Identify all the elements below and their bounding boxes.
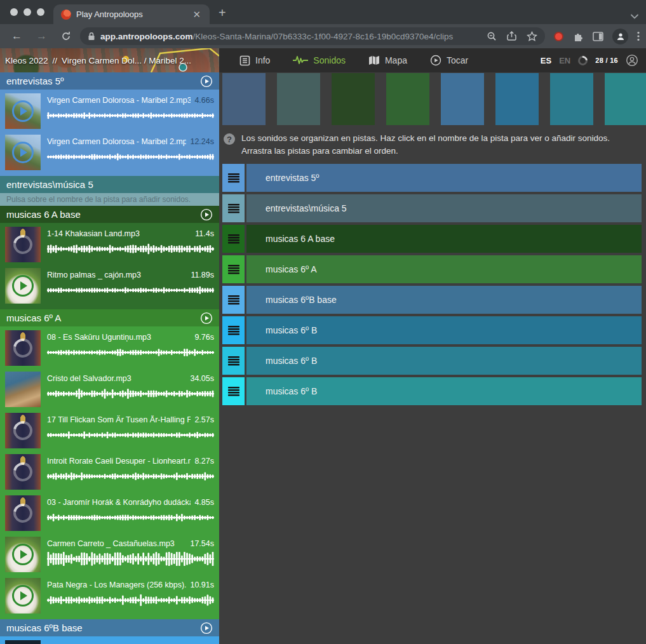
clip-name[interactable]: 17 Till Flickan Som Är Tusen År-Halling …	[47, 415, 191, 424]
tab-info[interactable]: Info	[231, 51, 279, 70]
breadcrumb-trail[interactable]: Virgen Carmen Dol... / Maribel 2...	[62, 56, 191, 65]
project-map-thumbnail[interactable]: Kleos 2022 // Virgen Carmen Dol... / Mar…	[0, 48, 219, 72]
clip-item[interactable]: 17 Till Flickan Som Är Tusen År-Halling …	[0, 411, 219, 452]
track-row[interactable]: musicas 6ºB base	[222, 286, 642, 314]
track-bar[interactable]: musicas 6º B	[246, 316, 642, 344]
side-panel-icon[interactable]	[593, 32, 603, 41]
minimize-window-button[interactable]	[24, 8, 31, 16]
track-play-icon[interactable]	[200, 208, 213, 221]
track-play-icon[interactable]	[200, 75, 213, 88]
track-bar[interactable]: musicas 6º B	[246, 377, 642, 405]
lang-es-button[interactable]: ES	[541, 56, 551, 65]
clip-thumbnail[interactable]	[5, 495, 41, 531]
track-play-icon[interactable]	[200, 622, 213, 634]
record-indicator-icon[interactable]	[554, 32, 563, 41]
track-color-tile[interactable]	[441, 73, 484, 125]
clip-thumbnail[interactable]	[5, 93, 41, 129]
sidebar-track-header[interactable]: entrevistas 5º	[0, 72, 219, 90]
clip-name[interactable]: Virgen Carmen Dolorosa - Maribel 2.mp3	[47, 137, 186, 146]
track-row[interactable]: musicas 6º B	[222, 316, 642, 344]
clip-thumbnail[interactable]	[5, 640, 41, 644]
track-bar[interactable]: entrevistas 5º	[246, 164, 642, 192]
track-row[interactable]: musicas 6º A	[222, 255, 642, 283]
tab-search-chevron-icon[interactable]	[631, 14, 638, 19]
track-bar[interactable]: musicas 6º B	[246, 347, 642, 375]
track-row[interactable]: entrevistas 5º	[222, 164, 642, 192]
clip-play-button[interactable]	[5, 135, 41, 170]
clip-thumbnail[interactable]	[5, 372, 41, 407]
clip-item[interactable]: BASE Pata Negra - Los Managers3.77s	[0, 638, 219, 644]
clip-thumbnail[interactable]	[5, 454, 41, 490]
track-bar[interactable]: musicas 6º A	[246, 255, 642, 283]
clip-name[interactable]: Carmen Carreto _ Castañuelas.mp3	[47, 539, 186, 548]
track-bar[interactable]: entrevistas\música 5	[246, 194, 642, 222]
tab-close-icon[interactable]: ✕	[190, 8, 203, 20]
clip-item[interactable]: Pata Negra - Los Managers (256 kbps).mp3…	[0, 576, 219, 617]
clip-name[interactable]: Cristo del Salvador.mp3	[47, 374, 186, 383]
clip-play-button[interactable]	[5, 93, 41, 129]
track-drag-handle[interactable]	[222, 194, 245, 222]
clip-name[interactable]: Ritmo palmas _ cajón.mp3	[47, 271, 187, 279]
track-drag-handle[interactable]	[222, 225, 245, 253]
tab-mapa[interactable]: Mapa	[360, 51, 416, 69]
track-drag-handle[interactable]	[222, 377, 245, 405]
clip-name[interactable]: Pata Negra - Los Managers (256 kbps).mp3	[47, 580, 186, 589]
clip-name[interactable]: 1-14 Khakasian Land.mp3	[47, 229, 191, 238]
clip-thumbnail[interactable]	[5, 413, 41, 448]
track-drag-handle[interactable]	[222, 286, 245, 314]
share-icon[interactable]	[507, 31, 516, 41]
track-color-tile[interactable]	[386, 73, 429, 125]
clip-thumbnail[interactable]	[5, 268, 41, 304]
clip-item[interactable]: Virgen Carmen Dolorosa - Maribel 2.mp34.…	[0, 91, 219, 133]
track-color-tile[interactable]	[332, 73, 375, 125]
track-bar[interactable]: musicas 6ºB base	[246, 286, 642, 314]
sidebar-track-header[interactable]: musicas 6º A	[0, 309, 219, 326]
account-icon[interactable]	[626, 54, 638, 67]
clip-play-button[interactable]	[5, 537, 41, 572]
track-drag-handle[interactable]	[222, 164, 245, 192]
clip-play-button[interactable]	[5, 268, 41, 304]
track-color-tile[interactable]	[222, 73, 266, 125]
tab-tocar[interactable]: Tocar	[421, 51, 477, 70]
profile-avatar[interactable]	[612, 29, 628, 44]
clip-thumbnail[interactable]	[5, 578, 41, 614]
extensions-puzzle-icon[interactable]	[572, 30, 584, 42]
track-color-tile[interactable]	[495, 73, 539, 125]
track-bar[interactable]: musicas 6 A base	[246, 225, 642, 253]
track-drag-handle[interactable]	[222, 316, 245, 344]
track-color-tile[interactable]	[550, 73, 593, 125]
clip-play-button[interactable]	[5, 578, 41, 614]
bookmark-star-icon[interactable]	[527, 31, 537, 41]
maximize-window-button[interactable]	[37, 8, 44, 16]
clip-thumbnail[interactable]	[5, 135, 41, 170]
breadcrumb-project[interactable]: Kleos 2022	[5, 56, 48, 65]
clip-item[interactable]: 08 - Es Sakūru Uguntiņu.mp39.76s	[0, 328, 219, 370]
clip-item[interactable]: 03 - Jaromír Horák & Konrádyho dudácká .…	[0, 493, 219, 535]
track-drag-handle[interactable]	[222, 347, 245, 375]
track-play-icon[interactable]	[200, 312, 213, 325]
clip-thumbnail[interactable]	[5, 330, 41, 366]
clip-item[interactable]: Introit Rorate Caeli Desuper - Lionheart…	[0, 452, 219, 493]
zoom-icon[interactable]	[487, 31, 497, 41]
clip-thumbnail[interactable]	[5, 227, 41, 262]
close-window-button[interactable]	[10, 8, 18, 16]
new-tab-button[interactable]: +	[210, 6, 234, 24]
track-color-tile[interactable]	[277, 73, 320, 125]
track-row[interactable]: musicas 6º B	[222, 347, 642, 375]
sidebar-track-header[interactable]: musicas 6 A base	[0, 206, 219, 223]
track-drag-handle[interactable]	[222, 255, 245, 283]
track-row[interactable]: musicas 6 A base	[222, 225, 642, 253]
address-bar[interactable]: app.antropoloops.com/Kleos-Santa-Marina/…	[80, 27, 545, 45]
sidebar-track-header[interactable]: entrevistas\música 5	[0, 176, 219, 193]
clip-item[interactable]: Cristo del Salvador.mp334.05s	[0, 370, 219, 411]
clip-name[interactable]: Introit Rorate Caeli Desuper - Lionheart…	[47, 457, 191, 466]
forward-button[interactable]: →	[31, 29, 52, 44]
clip-item[interactable]: Virgen Carmen Dolorosa - Maribel 2.mp312…	[0, 133, 219, 174]
clip-item[interactable]: 1-14 Khakasian Land.mp311.4s	[0, 225, 219, 266]
back-button[interactable]: ←	[6, 29, 27, 44]
browser-tab[interactable]: Play Antropoloops ✕	[53, 4, 210, 24]
clip-name[interactable]: 08 - Es Sakūru Uguntiņu.mp3	[47, 333, 191, 342]
window-controls[interactable]	[0, 0, 53, 24]
clip-item[interactable]: Carmen Carreto _ Castañuelas.mp317.54s	[0, 535, 219, 576]
lang-en-button[interactable]: EN	[559, 56, 570, 65]
